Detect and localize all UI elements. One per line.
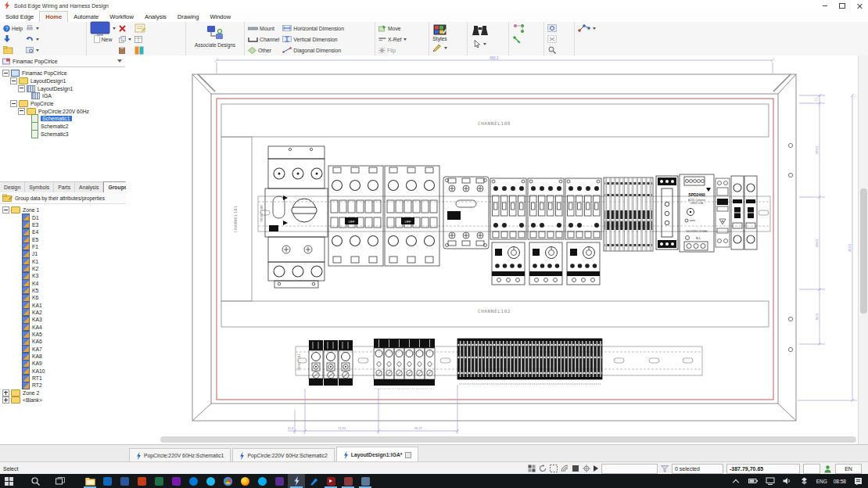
doc-tab-schematic2[interactable]: PopCircle:220V 60Hz:Schematic2 <box>232 448 334 462</box>
terminal-block-b6[interactable] <box>425 339 435 386</box>
onenote-icon[interactable] <box>167 474 185 488</box>
group-item[interactable]: KA7 <box>0 346 125 353</box>
group-item[interactable]: KA3 <box>0 316 125 323</box>
group-item[interactable]: K4 <box>0 279 125 286</box>
group-item[interactable]: KA9 <box>0 360 125 367</box>
edge-icon[interactable] <box>185 474 202 488</box>
layout-drawing[interactable]: OFF <box>126 56 858 444</box>
channel101-label[interactable]: CHANNEL101 <box>233 205 238 232</box>
move-button[interactable]: Move <box>378 23 407 33</box>
video-app-icon[interactable] <box>322 474 339 488</box>
print-button[interactable] <box>26 23 39 33</box>
breaker-group-2[interactable] <box>385 166 439 266</box>
play-icon[interactable] <box>594 465 598 472</box>
help-button[interactable]: ? Help <box>3 23 23 33</box>
layout-grid-icon[interactable] <box>528 465 536 472</box>
tray-network-icon[interactable] <box>762 474 779 488</box>
terminal-block-a1[interactable] <box>309 340 323 386</box>
doc-tab-layoutdesign1-iga[interactable]: LayoutDesign1:IGA* <box>336 447 418 462</box>
dim-right-3[interactable]: 106.5 <box>815 239 819 247</box>
group-item[interactable]: F1 <box>0 243 125 250</box>
find-binoculars-icon[interactable] <box>471 23 490 38</box>
group-item[interactable]: K2 <box>0 265 125 272</box>
group-item[interactable]: KA5 <box>0 331 125 338</box>
tree-node-popcircle[interactable]: PopCircle <box>0 100 125 108</box>
group-item[interactable]: KA8 <box>0 353 125 360</box>
doc-tab-schematic1[interactable]: PopCircle:220V 60Hz:Schematic1 <box>129 448 231 462</box>
tab-window[interactable]: Window <box>204 11 236 22</box>
power-supply-spd2460[interactable]: SPD2460 AC/DC Converter 24VDC 4.5A 100-3… <box>680 174 714 252</box>
terminal-block-b3[interactable] <box>394 339 404 386</box>
dim-right-2[interactable]: 103.5 <box>815 145 819 154</box>
monitoring-relay[interactable] <box>716 178 730 247</box>
group-item[interactable]: KA6 <box>0 338 125 345</box>
group-item[interactable]: D1 <box>0 214 125 221</box>
tab-analysis[interactable]: Analysis <box>139 11 172 22</box>
zoom-selected-button[interactable] <box>547 34 557 44</box>
search-icon[interactable] <box>27 474 44 488</box>
minimize-button[interactable] <box>816 1 834 11</box>
terminal-block-b5[interactable] <box>414 339 425 386</box>
expand-icon[interactable] <box>2 396 9 404</box>
teams-icon[interactable] <box>271 474 288 488</box>
language-field[interactable]: EN <box>835 464 862 474</box>
solid-box-icon[interactable] <box>572 465 579 472</box>
other-button[interactable]: Other <box>248 45 279 55</box>
tray-volume-icon[interactable] <box>779 474 796 488</box>
tab-symbols[interactable]: Symbols <box>25 182 54 192</box>
tray-sync-icon[interactable] <box>796 474 813 488</box>
terminal-block-b2[interactable] <box>384 339 394 386</box>
tree-node-schematic3[interactable]: Schematic3 <box>0 131 125 138</box>
tab-drawing[interactable]: Drawing <box>172 11 205 22</box>
user-icon[interactable] <box>823 465 832 473</box>
dim-bottom-1[interactable]: 11.4 <box>288 426 294 430</box>
breaker-group-1[interactable] <box>328 166 383 266</box>
terminal-block-a3[interactable] <box>339 340 353 386</box>
associate-designs-button[interactable]: Associate Designs <box>195 23 235 48</box>
copy-button[interactable] <box>119 34 131 44</box>
paste-button[interactable] <box>119 45 131 55</box>
dim-bottom-3[interactable]: 96.27 <box>414 426 423 430</box>
mount-button[interactable]: Mount <box>248 23 279 33</box>
dim-right-1[interactable]: 7.5 <box>815 98 818 102</box>
dim-right-total[interactable]: 353.6 <box>848 243 852 252</box>
group-folder-icon[interactable] <box>2 194 13 202</box>
collapse-icon[interactable] <box>18 85 25 92</box>
group-item[interactable]: K5 <box>0 287 125 294</box>
group-item[interactable]: J1 <box>0 250 125 257</box>
vertical-scrollbar[interactable] <box>858 56 868 444</box>
selection-rect-icon[interactable] <box>550 465 558 472</box>
group-item[interactable]: RT2 <box>0 382 125 389</box>
pen-app-icon[interactable] <box>305 474 322 488</box>
preview-button[interactable] <box>26 45 39 55</box>
zoom-button[interactable] <box>547 45 557 55</box>
mount101-label[interactable]: MOUNT101 <box>297 353 301 371</box>
firefox-icon[interactable] <box>236 474 253 488</box>
tree-node-layoutdesign1-sub[interactable]: LayoutDesign1 <box>0 84 125 92</box>
solid-edge-taskbar-icon[interactable] <box>288 474 305 488</box>
table-button[interactable] <box>135 34 145 44</box>
task-view-icon[interactable] <box>52 474 69 488</box>
tree-node-root[interactable]: Finamac PopCirlce <box>0 70 125 77</box>
tab-design[interactable]: Design <box>0 182 25 192</box>
terminal-block-b1[interactable] <box>374 339 384 386</box>
new-template-button[interactable] <box>90 23 116 33</box>
save-button[interactable] <box>3 34 23 44</box>
connector-tool-button[interactable] <box>578 23 596 33</box>
filter-icon[interactable] <box>661 465 669 472</box>
file-explorer-icon[interactable] <box>81 474 99 488</box>
internet-explorer-icon[interactable] <box>202 474 219 488</box>
close-button[interactable] <box>851 1 868 11</box>
horizontal-scrollbar[interactable] <box>160 436 856 443</box>
collapse-icon[interactable] <box>2 206 9 214</box>
group-item[interactable]: KA10 <box>0 368 125 375</box>
motor-disconnect-switch[interactable] <box>265 146 328 288</box>
group-zone2[interactable]: Zone 2 <box>0 389 125 396</box>
tree-node-schematic1[interactable]: Schematic1 <box>0 115 125 123</box>
wire-channels[interactable]: CHANNEL100 CHANNEL101 CHANNEL102 <box>221 104 769 327</box>
mount100-label[interactable]: MOUNT100 <box>260 205 264 222</box>
channel100-label[interactable]: CHANNEL100 <box>478 120 511 126</box>
styles-button[interactable]: Styles <box>432 23 447 41</box>
flip-button[interactable]: Flip <box>378 45 407 55</box>
collapse-icon[interactable] <box>10 100 17 107</box>
